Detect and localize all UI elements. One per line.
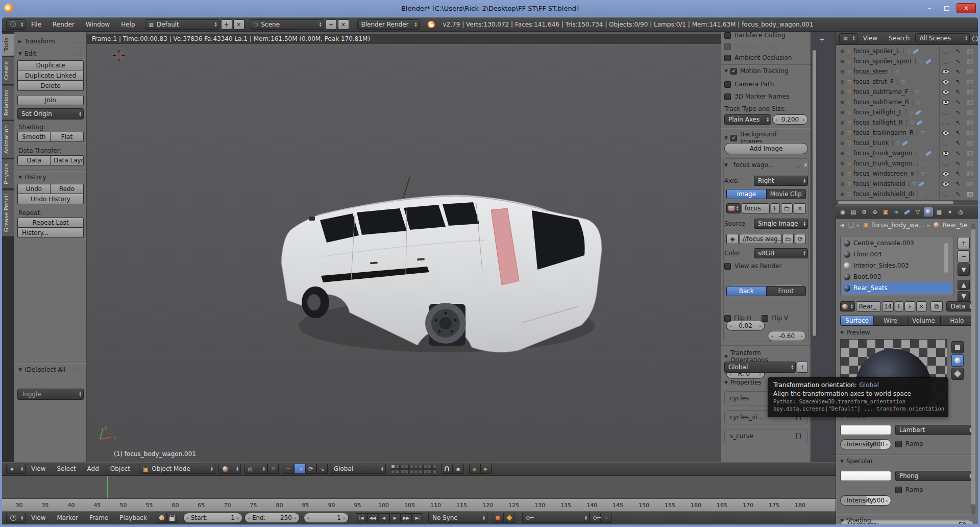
camera-icon[interactable]: [967, 100, 973, 105]
add-image-button[interactable]: Add Image: [724, 143, 808, 154]
open-file-icon[interactable]: 🗀: [782, 234, 794, 244]
redo-button[interactable]: Redo: [51, 184, 84, 194]
scale-manipulator-button[interactable]: ↘: [316, 464, 328, 474]
diffuse-color-swatch[interactable]: [840, 425, 891, 435]
depth-of-field-row[interactable]: Depth Of Field: [724, 43, 808, 50]
eye-icon[interactable]: [942, 172, 949, 176]
duplicate-linked-button[interactable]: Duplicate Linked: [17, 70, 84, 81]
tab-movie-clip[interactable]: Movie Clip: [767, 189, 806, 199]
eye-icon[interactable]: [942, 100, 949, 105]
repeat-last-button[interactable]: Repeat Last: [17, 218, 84, 228]
play-reverse-button[interactable]: ◀: [378, 513, 389, 522]
tab-tools[interactable]: Tools: [2, 34, 14, 56]
rotate-manipulator-button[interactable]: ⟳: [305, 464, 316, 474]
shade-smooth-button[interactable]: Smooth: [17, 132, 51, 142]
eye-icon[interactable]: [942, 142, 949, 146]
keying-set-field[interactable]: [522, 513, 590, 523]
outliner-row[interactable]: ⊕▽focus_taillight_R|▽↖: [836, 117, 978, 128]
outliner-row[interactable]: ⊕▽focus_strut_F|▽↖: [836, 77, 978, 87]
expand-icon[interactable]: ⊕: [839, 100, 845, 105]
delete-scene-button[interactable]: ×: [338, 19, 349, 30]
modifiers-tab-icon[interactable]: [902, 207, 912, 217]
eye-icon[interactable]: [942, 61, 949, 64]
editor-type-button[interactable]: ⓘ: [6, 19, 26, 30]
camera-icon[interactable]: [967, 192, 973, 197]
eye-icon[interactable]: ◡: [795, 161, 800, 169]
camera-icon[interactable]: [967, 161, 973, 166]
object-tab-icon[interactable]: ▣: [881, 207, 890, 217]
outliner-menu-view[interactable]: View: [857, 35, 883, 42]
eye-icon[interactable]: [942, 80, 949, 84]
next-keyframe-button[interactable]: ▶▶: [401, 513, 412, 522]
outliner-row[interactable]: ⊕▽focus_subframe_R|▽↖: [836, 97, 978, 107]
panel-deselect-all[interactable]: ▼(De)select All::::: [18, 366, 84, 373]
custom-prop-s-curve[interactable]: s_curve{}: [724, 429, 808, 443]
opengl-render-anim-button[interactable]: ▶: [480, 464, 492, 474]
marker-names-row[interactable]: 3D Marker Names: [724, 93, 808, 100]
expand-icon[interactable]: ⊕: [839, 89, 845, 95]
eye-icon[interactable]: [942, 182, 949, 186]
set-origin-dropdown[interactable]: Set Origin: [17, 108, 84, 119]
add-layout-button[interactable]: +: [221, 19, 232, 30]
eye-icon[interactable]: [942, 69, 949, 74]
cursor-arrow-icon[interactable]: ↖: [955, 88, 961, 95]
sync-dropdown[interactable]: No Sync: [428, 513, 487, 523]
maximize-button[interactable]: [939, 3, 954, 13]
magnet-snap-button[interactable]: [442, 464, 453, 474]
opengl-render-image-button[interactable]: ▤: [469, 464, 480, 474]
preview-range-button[interactable]: [157, 513, 167, 523]
expand-icon[interactable]: ⊕: [839, 110, 845, 115]
tab-front[interactable]: Front: [767, 286, 806, 296]
breadcrumb-object[interactable]: focus_body_wa...: [872, 222, 924, 229]
outliner-row[interactable]: ⊕▽focus_trunk_wagon.001|▽↖: [836, 158, 978, 169]
outliner-row[interactable]: ⊕▽focus_spoiler_sport|▽↖: [836, 56, 978, 66]
cursor-arrow-icon[interactable]: ↖: [955, 68, 961, 75]
tab-relations[interactable]: Relations: [2, 86, 14, 120]
data-transfer-data-button[interactable]: Data: [17, 155, 51, 165]
expand-region-icon[interactable]: +: [819, 36, 825, 43]
material-slot[interactable]: Centre_console.003: [842, 237, 952, 249]
add-orientation-button[interactable]: +: [797, 362, 808, 373]
link-dropdown[interactable]: Data: [946, 301, 974, 312]
manipulate-center-points-button[interactable]: ⤧: [267, 464, 279, 474]
expand-icon[interactable]: ⊕: [839, 79, 845, 85]
material-slot-selected[interactable]: Rear_Seats: [842, 282, 952, 294]
cursor-arrow-icon[interactable]: ↖: [955, 109, 961, 116]
cursor-arrow-icon[interactable]: ↖: [955, 160, 961, 167]
slot-specials-button[interactable]: ▼: [958, 264, 970, 276]
expand-icon[interactable]: ⊕: [839, 69, 845, 75]
diffuse-intensity-slider[interactable]: Intensity:0.800: [840, 439, 891, 449]
eye-icon[interactable]: [942, 51, 949, 54]
camera-path-row[interactable]: Camera Path: [724, 81, 808, 88]
cursor-arrow-icon[interactable]: ↖: [955, 170, 961, 177]
record-button[interactable]: [493, 513, 504, 523]
expand-icon[interactable]: ⊕: [839, 151, 845, 156]
outliner-row[interactable]: ⊕▽focus_windshield_dmg_test|▽↖: [836, 189, 978, 199]
action-dropdown[interactable]: Toggle: [17, 389, 84, 400]
panel-specular[interactable]: ▼Specular::::: [840, 458, 974, 465]
panel-motion-tracking[interactable]: ▼✓Motion Tracking::::: [724, 67, 808, 75]
camera-icon[interactable]: [967, 80, 973, 84]
specular-intensity-slider[interactable]: Intensity:0.500: [840, 495, 891, 506]
menu-render[interactable]: Render: [47, 21, 80, 28]
mode-dropdown[interactable]: ▣Object Mode: [139, 464, 215, 474]
auto-keying-button[interactable]: [504, 513, 515, 523]
jump-to-start-button[interactable]: |◀: [356, 513, 367, 522]
translate-manipulator-button[interactable]: →: [294, 464, 305, 474]
snap-element-button[interactable]: ▣: [453, 464, 464, 474]
camera-icon[interactable]: [967, 49, 973, 54]
track-size-field[interactable]: 0.200: [772, 114, 808, 125]
tab-physics[interactable]: Physics: [2, 159, 14, 188]
users-count-button[interactable]: 14: [882, 301, 894, 312]
close-button[interactable]: ×: [957, 3, 976, 13]
move-slot-down-button[interactable]: ▼: [958, 291, 970, 301]
backface-culling-row[interactable]: Backface Culling: [724, 32, 808, 39]
tab-surface[interactable]: Surface: [841, 316, 874, 325]
data-transfer-layout-button[interactable]: Data Layo: [51, 155, 84, 165]
timeline-menu-playback[interactable]: Playback: [114, 514, 153, 521]
expand-icon[interactable]: ⊕: [839, 140, 845, 146]
undo-button[interactable]: Undo: [17, 184, 51, 194]
unlink-icon[interactable]: ×: [794, 203, 806, 213]
camera-icon[interactable]: [967, 182, 973, 186]
editor-type-button[interactable]: [6, 513, 26, 523]
